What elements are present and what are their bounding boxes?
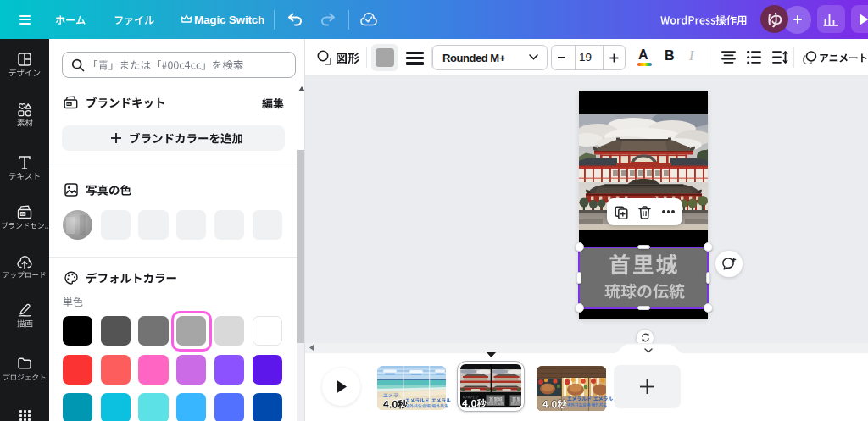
svg-text:co.: co.: [67, 102, 71, 106]
svg-text:co.: co.: [21, 213, 25, 216]
